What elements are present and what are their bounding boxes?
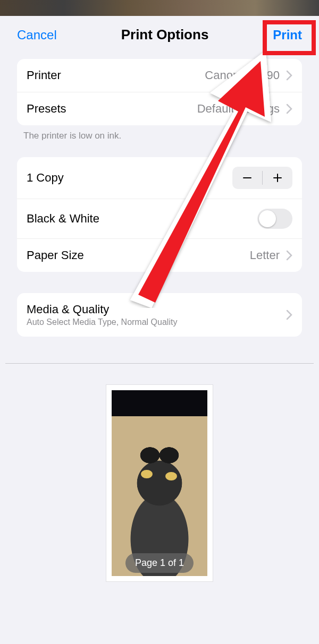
copies-increment-button[interactable] (263, 167, 292, 189)
copies-row: 1 Copy (17, 157, 302, 199)
annotation-highlight-box (263, 20, 316, 55)
chevron-right-icon (286, 104, 292, 114)
printer-row[interactable]: Printer Canon MX490 (17, 59, 302, 92)
media-quality-group: Media & Quality Auto Select Media Type, … (17, 293, 302, 337)
printer-footnote: The printer is low on ink. (23, 131, 296, 141)
minus-icon (242, 173, 253, 183)
plus-icon (272, 173, 283, 183)
printer-settings-group: Printer Canon MX490 Presets Default Sett… (17, 59, 302, 125)
media-quality-text: Media & Quality Auto Select Media Type, … (27, 303, 177, 327)
preview-image (112, 390, 207, 576)
sheet-title: Print Options (121, 27, 209, 43)
copies-decrement-button[interactable] (232, 167, 262, 189)
presets-row-value: Default Settings (197, 102, 280, 116)
background-photo-strip (0, 0, 319, 16)
cancel-button[interactable]: Cancel (17, 28, 57, 42)
print-options-sheet: Cancel Print Options Print Printer Canon… (5, 16, 314, 644)
print-options-group: 1 Copy Black & White Paper Size Letter (17, 157, 302, 272)
black-white-toggle[interactable] (257, 209, 292, 229)
paper-size-value: Letter (250, 248, 280, 262)
copies-label: 1 Copy (27, 171, 64, 185)
paper-size-row[interactable]: Paper Size Letter (17, 238, 302, 272)
chevron-right-icon (286, 70, 292, 81)
presets-row-label: Presets (27, 102, 66, 116)
print-preview-area: Page 1 of 1 (5, 364, 314, 592)
page-count-badge: Page 1 of 1 (125, 553, 194, 573)
media-quality-sub: Auto Select Media Type, Normal Quality (27, 317, 177, 327)
copies-stepper (232, 167, 292, 189)
chevron-right-icon (286, 250, 292, 261)
black-white-label: Black & White (27, 212, 99, 226)
preview-page[interactable]: Page 1 of 1 (106, 385, 213, 581)
printer-row-label: Printer (27, 68, 61, 82)
media-quality-row[interactable]: Media & Quality Auto Select Media Type, … (17, 293, 302, 337)
presets-row[interactable]: Presets Default Settings (17, 92, 302, 125)
chevron-right-icon (286, 310, 292, 320)
black-white-row: Black & White (17, 199, 302, 238)
printer-row-value: Canon MX490 (205, 68, 280, 82)
media-quality-label: Media & Quality (27, 303, 177, 316)
paper-size-label: Paper Size (27, 248, 84, 262)
toggle-knob (259, 210, 276, 227)
